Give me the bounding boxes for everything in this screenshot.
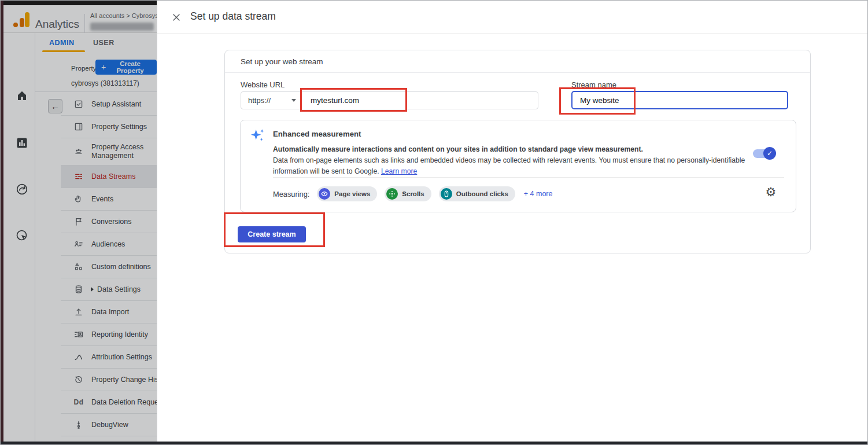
enhanced-measurement-title: Enhanced measurement (273, 130, 361, 138)
card-title: Set up your web stream (241, 57, 323, 66)
enhanced-measurement-box: Enhanced measurement Automatically measu… (240, 120, 796, 212)
gear-icon[interactable]: ⚙ (764, 185, 778, 199)
screenshot-root: Analytics All accounts > CybrosysOd ⚙ AD… (0, 0, 868, 445)
enhanced-measurement-description: Automatically measure interactions and c… (273, 144, 749, 177)
admin-background: Analytics All accounts > CybrosysOd ⚙ AD… (1, 1, 157, 445)
scroll-icon (386, 188, 398, 200)
enhanced-box-divider (273, 177, 784, 178)
close-icon[interactable] (171, 12, 182, 23)
measuring-chip-outbound-clicks[interactable]: Outbound clicks (439, 186, 515, 201)
enhanced-measurement-toggle[interactable]: ✓ (753, 147, 777, 160)
more-measurements-link[interactable]: + 4 more (524, 190, 553, 198)
toggle-check-icon: ✓ (763, 147, 776, 160)
card-divider (225, 72, 810, 73)
modal-scrim[interactable] (1, 1, 157, 445)
panel-title: Set up data stream (190, 10, 276, 23)
window-bottom-edge (1, 442, 868, 445)
annotation-box-create-stream (224, 212, 325, 247)
measuring-chip-scrolls[interactable]: Scrolls (385, 186, 431, 201)
measuring-chip-page-views[interactable]: Page views (317, 186, 377, 201)
window-left-edge (1, 1, 3, 445)
annotation-box-website-url (300, 88, 407, 112)
mouse-icon (441, 188, 452, 200)
chip-label: Page views (334, 190, 370, 197)
measuring-row: Measuring: Page viewsScrollsOutbound cli… (273, 186, 552, 201)
annotation-box-stream-name (559, 87, 636, 115)
protocol-select[interactable]: https:// (248, 96, 271, 105)
measuring-label: Measuring: (273, 190, 309, 198)
learn-more-link[interactable]: Learn more (381, 167, 417, 175)
sparkle-icon (249, 127, 265, 144)
chip-label: Scrolls (402, 190, 424, 197)
eye-icon (319, 188, 330, 200)
window-top-edge (1, 1, 157, 5)
chip-label: Outbound clicks (456, 190, 508, 197)
panel-header: Set up data stream (157, 1, 868, 34)
chevron-down-icon[interactable] (291, 99, 296, 102)
website-url-label: Website URL (241, 80, 285, 89)
